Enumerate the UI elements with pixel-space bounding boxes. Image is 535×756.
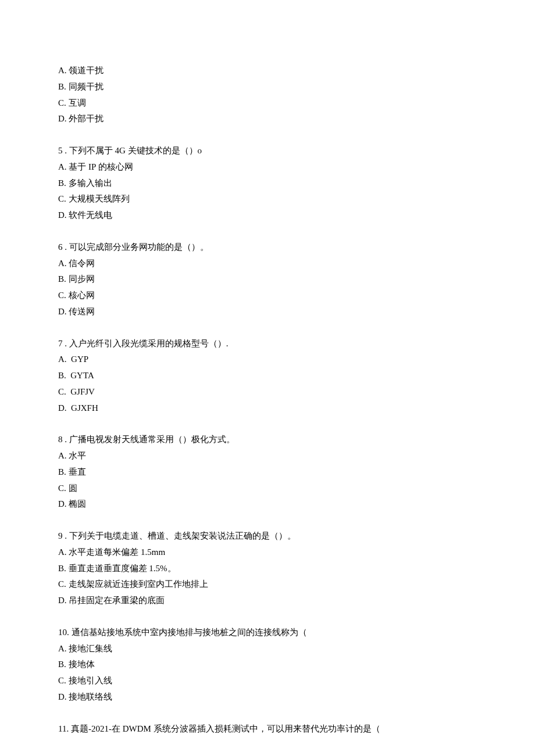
q4-option-d: D. 外部干扰 [58, 111, 477, 127]
q9-option-a: A. 水平走道每米偏差 1.5mm [58, 544, 477, 561]
q8-option-c: C. 圆 [58, 481, 477, 497]
q5-option-c: C. 大规模天线阵列 [58, 191, 477, 207]
q7-option-d: D. GJXFH [58, 400, 477, 417]
question-8: 8 . 广播电视发射天线通常采用（）极化方式。 A. 水平 B. 垂直 C. 圆… [58, 432, 477, 513]
q4-option-a: A. 领道干扰 [58, 63, 477, 79]
q10-option-a: A. 接地汇集线 [58, 641, 477, 657]
question-4-options: A. 领道干扰 B. 同频干扰 C. 互调 D. 外部干扰 [58, 63, 477, 127]
question-5: 5 . 下列不属于 4G 关键技术的是（）o A. 基于 IP 的核心网 B. … [58, 143, 477, 224]
q9-stem: 9 . 下列关于电缆走道、槽道、走线架安装说法正确的是（）。 [58, 528, 477, 544]
question-9: 9 . 下列关于电缆走道、槽道、走线架安装说法正确的是（）。 A. 水平走道每米… [58, 528, 477, 609]
question-6: 6 . 可以完成部分业务网功能的是（）。 A. 信令网 B. 同步网 C. 核心… [58, 239, 477, 320]
q5-stem: 5 . 下列不属于 4G 关键技术的是（）o [58, 143, 477, 159]
q7-option-c: C. GJFJV [58, 384, 477, 400]
q6-option-a: A. 信令网 [58, 256, 477, 272]
document-page: A. 领道干扰 B. 同频干扰 C. 互调 D. 外部干扰 5 . 下列不属于 … [0, 0, 535, 756]
q4-option-b: B. 同频干扰 [58, 79, 477, 95]
q10-stem: 10. 通信基站接地系统中室内接地排与接地桩之间的连接线称为（ [58, 625, 477, 641]
q5-option-d: D. 软件无线电 [58, 207, 477, 224]
q7-stem: 7 . 入户光纤引入段光缆采用的规格型号（）. [58, 336, 477, 352]
q7-option-a: A. GYP [58, 352, 477, 368]
q10-option-b: B. 接地体 [58, 657, 477, 673]
q9-option-b: B. 垂直走道垂直度偏差 1.5%。 [58, 561, 477, 577]
q10-option-c: C. 接地引入线 [58, 673, 477, 689]
q8-option-d: D. 椭圆 [58, 496, 477, 513]
q6-stem: 6 . 可以完成部分业务网功能的是（）。 [58, 239, 477, 256]
q11-stem: 11. 真题-2021-在 DWDM 系统分波器插入损耗测试中，可以用来替代光功… [58, 721, 477, 737]
q6-option-c: C. 核心网 [58, 288, 477, 304]
q9-option-c: C. 走线架应就近连接到室内工作地排上 [58, 576, 477, 593]
q10-option-d: D. 接地联络线 [58, 689, 477, 705]
q4-option-c: C. 互调 [58, 95, 477, 112]
q9-option-d: D. 吊挂固定在承重梁的底面 [58, 593, 477, 609]
question-11: 11. 真题-2021-在 DWDM 系统分波器插入损耗测试中，可以用来替代光功… [58, 721, 477, 737]
q8-option-a: A. 水平 [58, 448, 477, 464]
q5-option-b: B. 多输入输出 [58, 175, 477, 192]
q6-option-b: B. 同步网 [58, 271, 477, 288]
q6-option-d: D. 传送网 [58, 304, 477, 320]
q7-option-b: B. GYTA [58, 368, 477, 384]
question-7: 7 . 入户光纤引入段光缆采用的规格型号（）. A. GYP B. GYTA C… [58, 336, 477, 417]
question-10: 10. 通信基站接地系统中室内接地排与接地桩之间的连接线称为（ A. 接地汇集线… [58, 625, 477, 705]
q5-option-a: A. 基于 IP 的核心网 [58, 159, 477, 175]
q8-stem: 8 . 广播电视发射天线通常采用（）极化方式。 [58, 432, 477, 448]
q8-option-b: B. 垂直 [58, 464, 477, 481]
